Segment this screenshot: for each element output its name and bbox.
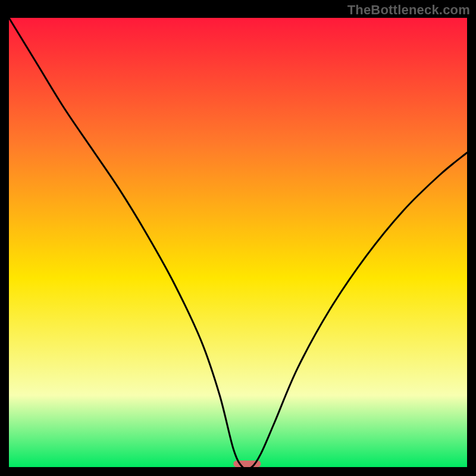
bottleneck-chart [9,18,467,467]
plot-area [9,18,467,467]
chart-frame: TheBottleneck.com [0,0,476,476]
gradient-background [9,18,467,467]
watermark-text: TheBottleneck.com [347,2,470,18]
